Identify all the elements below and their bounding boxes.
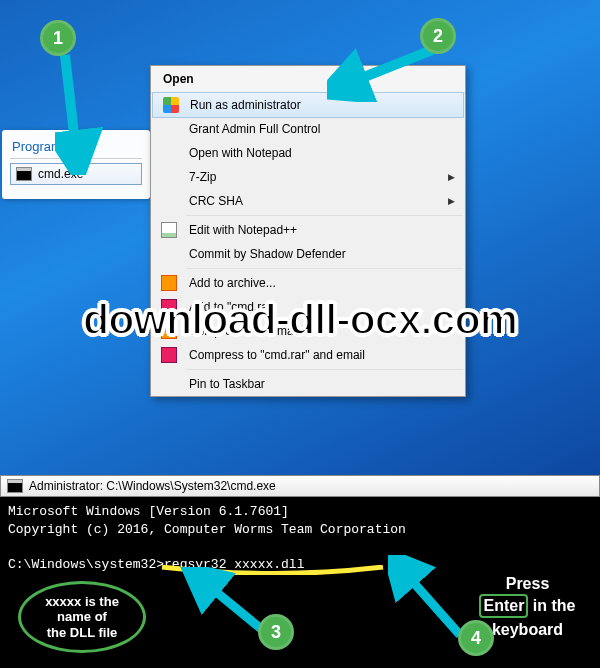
menu-add-archive[interactable]: Add to archive...: [151, 271, 465, 295]
menu-label: Compress to "cmd.rar" and email: [189, 348, 365, 362]
notepad-icon: [161, 222, 177, 238]
chevron-right-icon: ▶: [448, 172, 455, 182]
menu-label: Add to archive...: [189, 276, 276, 290]
desktop-background: 1 2 Programs (1) cmd.exe Open Run as adm…: [0, 0, 600, 475]
archive-icon: [161, 275, 177, 291]
menu-label: Grant Admin Full Control: [189, 122, 320, 136]
menu-shadow-defender[interactable]: Commit by Shadow Defender: [151, 242, 465, 266]
cmd-content[interactable]: Microsoft Windows [Version 6.1.7601] Cop…: [0, 497, 600, 579]
step-2-badge: 2: [420, 18, 456, 54]
menu-edit-notepadpp[interactable]: Edit with Notepad++: [151, 218, 465, 242]
cmd-title: Administrator: C:\Windows\System32\cmd.e…: [29, 479, 276, 493]
menu-label: CRC SHA: [189, 194, 243, 208]
svg-line-1: [65, 55, 77, 160]
menu-label: Edit with Notepad++: [189, 223, 297, 237]
context-menu: Open Run as administrator Grant Admin Fu…: [150, 65, 466, 397]
menu-7zip[interactable]: 7-Zip ▶: [151, 165, 465, 189]
menu-label: Run as administrator: [190, 98, 301, 112]
chevron-right-icon: ▶: [448, 196, 455, 206]
cmd-line-1: Microsoft Windows [Version 6.1.7601]: [8, 503, 592, 521]
rar-icon: [161, 347, 177, 363]
menu-separator: [186, 369, 463, 370]
menu-label: Open with Notepad: [189, 146, 292, 160]
menu-separator: [186, 215, 463, 216]
menu-crc-sha[interactable]: CRC SHA ▶: [151, 189, 465, 213]
menu-compress-rar-email[interactable]: Compress to "cmd.rar" and email: [151, 343, 465, 367]
svg-line-7: [398, 565, 460, 635]
shield-icon: [163, 97, 179, 113]
watermark-text: download-dll-ocx.com: [0, 295, 600, 344]
menu-separator: [186, 268, 463, 269]
menu-label: Pin to Taskbar: [189, 377, 265, 391]
menu-pin-taskbar[interactable]: Pin to Taskbar: [151, 372, 465, 396]
cmd-window: Administrator: C:\Windows\System32\cmd.e…: [0, 475, 600, 668]
step-1-badge: 1: [40, 20, 76, 56]
step-4-badge: 4: [458, 620, 494, 656]
svg-line-3: [339, 50, 432, 87]
cmd-titlebar: Administrator: C:\Windows\System32\cmd.e…: [0, 475, 600, 497]
arrow-1: [55, 45, 135, 175]
menu-grant-admin[interactable]: Grant Admin Full Control: [151, 117, 465, 141]
menu-label: Commit by Shadow Defender: [189, 247, 346, 261]
step-3-badge: 3: [258, 614, 294, 650]
cmd-icon: [7, 479, 23, 493]
annotation-dll-name: xxxxx is the name of the DLL file: [18, 581, 146, 653]
menu-label: 7-Zip: [189, 170, 216, 184]
menu-open-notepad[interactable]: Open with Notepad: [151, 141, 465, 165]
svg-line-5: [198, 577, 265, 632]
cmd-icon: [16, 167, 32, 181]
cmd-line-2: Copyright (c) 2016, Computer Worms Team …: [8, 521, 592, 539]
